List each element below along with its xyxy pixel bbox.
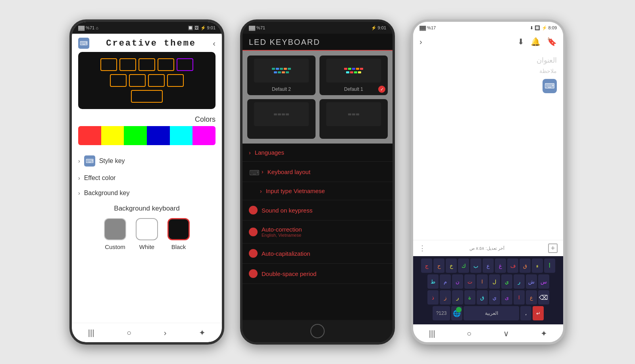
kbd-option-default1-label: Default 1 (344, 86, 363, 92)
menu-effect-color[interactable]: › Effect color (72, 171, 222, 186)
arabic-key[interactable]: ء (532, 259, 543, 273)
more-options-icon[interactable]: ⋮ (419, 244, 426, 253)
color-yellow (101, 126, 124, 145)
arabic-key[interactable]: ل (489, 274, 500, 289)
nav-back-icon-3[interactable]: ∨ (503, 329, 509, 338)
thumb-key (286, 113, 289, 115)
note-keyboard-icon[interactable]: ⌨ (543, 79, 557, 93)
arabic-key[interactable]: خ (446, 259, 457, 273)
kbd-option-default1[interactable]: ✓ Default 1 (319, 56, 388, 95)
arabic-key[interactable]: ك (458, 259, 469, 273)
status-bar-3: ▓▓ %17 ⬇ 🔲 ⚡ 8:09 (413, 22, 563, 34)
arabic-key[interactable]: ر (514, 274, 525, 289)
key-box-space (131, 90, 163, 103)
arabic-key[interactable]: ع (483, 259, 494, 273)
note-body[interactable]: ملاحظة (419, 68, 557, 74)
arabic-key[interactable]: ت (464, 274, 475, 289)
kbd-thumb-row (328, 113, 379, 115)
kbd-option-default2[interactable]: Default 2 (247, 56, 316, 95)
arabic-key[interactable]: ش (526, 274, 537, 289)
bg-option-black[interactable]: Black (167, 218, 190, 250)
bookmark-icon[interactable]: 🔖 (547, 37, 557, 46)
menu-auto-capitalization[interactable]: Auto-capitalization (242, 243, 393, 264)
toggle-double-space[interactable] (249, 269, 258, 278)
globe-key[interactable]: 🌐 (451, 306, 462, 320)
background-options: Custom White Black (72, 218, 222, 254)
thumb-key (356, 68, 359, 70)
nav-home-dot[interactable] (310, 324, 325, 338)
keyboard-icon[interactable]: ⌨ (78, 38, 89, 49)
nav-apps-icon-3[interactable]: ✦ (541, 329, 547, 338)
colors-label: Colors (72, 114, 222, 126)
menu-keyboard-layout[interactable]: ⌨ › Keyboard layout (242, 162, 393, 182)
arabic-key[interactable]: ذ (427, 290, 439, 305)
thumb-key (352, 68, 355, 70)
arabic-key[interactable]: ج (421, 259, 432, 273)
comma-key[interactable]: ، (520, 306, 531, 320)
space-key[interactable]: العربية (464, 306, 519, 320)
arabic-key[interactable]: ي (501, 274, 512, 289)
back-icon[interactable]: ‹ (213, 39, 216, 48)
arabic-key[interactable]: ي (489, 290, 500, 305)
arabic-key[interactable]: ن (452, 274, 463, 289)
forward-icon[interactable]: › (419, 37, 422, 46)
arabic-key[interactable]: ط (427, 274, 439, 289)
nav-home-icon-3[interactable]: ○ (467, 329, 471, 338)
nav-home-icon[interactable]: ○ (127, 328, 131, 337)
arabic-keyboard: ج ح خ ك ب ع غ ف ق ء أ ط م ن ت (413, 256, 563, 324)
menu-double-space[interactable]: Double-space period (242, 264, 393, 284)
backspace-key[interactable]: ⌫ (538, 290, 549, 305)
nav-menu-icon[interactable]: ||| (88, 328, 94, 337)
arabic-key[interactable]: ع (526, 290, 537, 305)
nav-menu-icon-3[interactable]: ||| (429, 329, 435, 338)
menu-style-key[interactable]: › ⌨ Style key (72, 151, 222, 171)
thumb-key (282, 71, 285, 73)
nav-apps-icon[interactable]: ✦ (199, 328, 206, 337)
arabic-key[interactable]: ق (520, 259, 531, 273)
arabic-key[interactable]: ى (501, 290, 512, 305)
note-footer: ⋮ آخر تعديل: ٨:٥٨ ص + (413, 240, 563, 256)
kbd-option-4[interactable] (319, 99, 388, 139)
arabic-key[interactable]: ز (440, 290, 451, 305)
menu-background-key[interactable]: › Background key (72, 186, 222, 201)
arabic-key[interactable]: ا (477, 274, 488, 289)
menu-auto-correction[interactable]: Auto-correction English, Vietnamese (242, 220, 393, 243)
kbd-thumb-row (256, 71, 307, 73)
arabic-key[interactable]: ف (507, 259, 518, 273)
key-box (177, 58, 193, 71)
bg-option-white[interactable]: White (136, 218, 158, 250)
arabic-key[interactable]: ة (464, 290, 475, 305)
arabic-key[interactable]: ح (433, 259, 444, 273)
chevron-icon: › (78, 158, 80, 164)
led-title: LED KEYBOARD (249, 38, 386, 50)
arabic-key[interactable]: غ (495, 259, 506, 273)
color-bar (78, 126, 216, 145)
num-key[interactable]: ?123 (433, 306, 450, 320)
arabic-key[interactable]: ب (470, 259, 481, 273)
arabic-key[interactable]: م (440, 274, 451, 289)
kbd-thumb-row (328, 71, 379, 73)
auto-cap-label: Auto-capitalization (262, 250, 310, 257)
add-icon[interactable]: + (548, 243, 558, 253)
nav-back-icon[interactable]: › (164, 328, 167, 337)
download-icon[interactable]: ⬇ (518, 37, 524, 46)
thumb-key (278, 113, 281, 115)
arabic-key[interactable]: ر (452, 290, 463, 305)
menu-input-type[interactable]: › Input type Vietnamese (242, 182, 393, 200)
arabic-key[interactable]: ا (514, 290, 525, 305)
bg-option-custom[interactable]: Custom (104, 218, 126, 250)
toggle-auto-cap[interactable] (249, 249, 258, 258)
arabic-key[interactable]: أ (544, 259, 555, 273)
thumb-key (348, 113, 351, 115)
toggle-auto-correction[interactable] (249, 228, 258, 236)
kbd-option-3[interactable] (247, 99, 316, 139)
enter-key[interactable]: ↵ (533, 306, 544, 320)
arabic-key[interactable]: س (538, 274, 549, 289)
arabic-key[interactable]: ق (477, 290, 488, 305)
toggle-sound[interactable] (249, 206, 258, 215)
bell-icon[interactable]: 🔔 (531, 37, 541, 46)
arabic-row-3: ذ ز ر ة ق ي ى ا ع ⌫ (415, 290, 562, 305)
menu-sound-keypress[interactable]: Sound on keypress (242, 200, 393, 220)
menu-languages[interactable]: › Languages (242, 144, 393, 162)
bg-white-label: White (139, 243, 154, 250)
